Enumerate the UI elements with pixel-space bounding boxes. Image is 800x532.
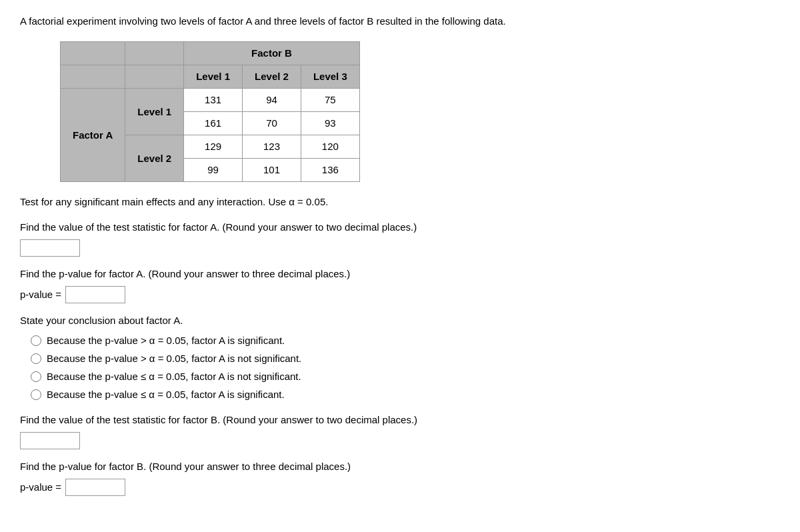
radio-option-1: Because the p-value > α = 0.05, factor A… [31,333,780,349]
radio-a-2[interactable] [31,353,41,364]
level2-label: Level 2 [125,135,184,182]
factor-a-label: Factor A [61,89,125,182]
data-2-1: 123 [243,135,301,159]
data-1-1: 70 [243,112,301,135]
radio-option-4: Because the p-value ≤ α = 0.05, factor A… [31,387,780,403]
radio-a-1[interactable] [31,335,41,346]
data-3-2: 136 [301,159,359,182]
factor-b-stat-input[interactable] [20,432,80,449]
factor-b-pvalue-label: Find the p-value for factor B. (Round yo… [20,459,780,475]
data-2-2: 120 [301,135,359,159]
col-header-2: Level 2 [243,65,301,89]
factor-b-pvalue-input[interactable] [65,479,125,496]
conclusion-label: State your conclusion about factor A. [20,313,780,329]
data-0-1: 94 [243,89,301,112]
radio-a-4-label: Because the p-value ≤ α = 0.05, factor A… [47,387,285,403]
factor-a-pvalue-label: Find the p-value for factor A. (Round yo… [20,266,780,282]
empty-row2-1 [61,65,125,89]
factor-b-header: Factor B [184,42,360,65]
data-3-1: 101 [243,159,301,182]
radio-a-3[interactable] [31,371,41,382]
factor-a-pvalue-line: p-value = [20,286,780,303]
factor-a-stat-label: Find the value of the test statistic for… [20,219,780,235]
level1-label: Level 1 [125,89,184,135]
data-2-0: 129 [184,135,243,159]
radio-a-1-label: Because the p-value > α = 0.05, factor A… [47,333,285,349]
data-3-0: 99 [184,159,243,182]
empty-top-left-2 [125,42,184,65]
data-1-2: 93 [301,112,359,135]
data-table-wrapper: Factor B Level 1 Level 2 Level 3 Factor … [60,41,780,182]
radio-option-3: Because the p-value ≤ α = 0.05, factor A… [31,369,780,385]
intro-text: A factorial experiment involving two lev… [20,13,780,29]
factor-a-pvalue-input[interactable] [65,286,125,303]
factorial-table: Factor B Level 1 Level 2 Level 3 Factor … [60,41,360,182]
data-1-0: 161 [184,112,243,135]
pvalue-b-eq-label: p-value = [20,479,61,495]
factor-a-stat-input[interactable] [20,239,80,257]
radio-a-2-label: Because the p-value > α = 0.05, factor A… [47,351,301,367]
factor-b-stat-label: Find the value of the test statistic for… [20,412,780,428]
col-header-3: Level 3 [301,65,359,89]
empty-top-left-1 [61,42,125,65]
factor-b-pvalue-line: p-value = [20,479,780,496]
factor-a-stat-input-wrapper [20,239,780,257]
test-instruction: Test for any significant main effects an… [20,194,780,210]
radio-a-3-label: Because the p-value ≤ α = 0.05, factor A… [47,369,301,385]
col-header-1: Level 1 [184,65,243,89]
pvalue-a-eq-label: p-value = [20,287,61,303]
data-0-2: 75 [301,89,359,112]
empty-row2-2 [125,65,184,89]
radio-a-4[interactable] [31,389,41,400]
data-0-0: 131 [184,89,243,112]
radio-option-2: Because the p-value > α = 0.05, factor A… [31,351,780,367]
factor-b-stat-input-wrapper [20,432,780,449]
